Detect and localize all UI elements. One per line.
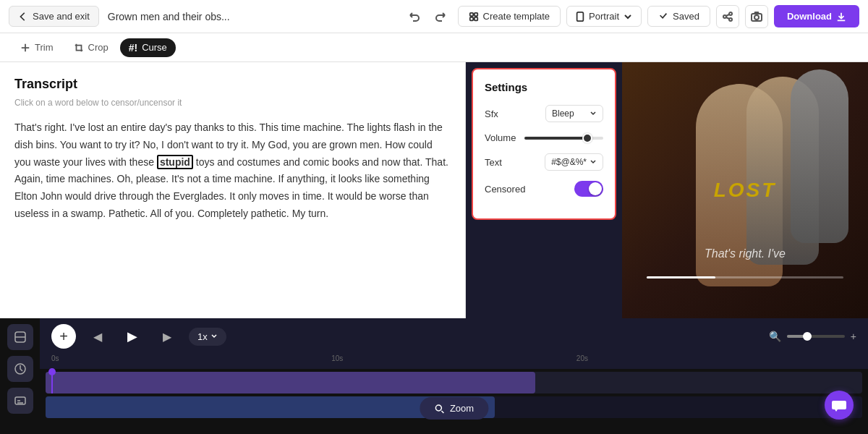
ruler-marks: 0s 10s 20s [46, 354, 862, 369]
transcript-body: That's right. I've lost an entire day's … [14, 119, 451, 223]
left-panel: Transcript Click on a word below to cens… [0, 62, 622, 318]
sfx-label: Sfx [485, 109, 498, 119]
toolbar: Trim Crop #! Curse [0, 33, 868, 62]
svg-rect-1 [474, 12, 477, 15]
video-title-overlay: LOST [714, 179, 777, 202]
zoom-fill [787, 335, 804, 338]
text-label: Text [485, 157, 502, 168]
censored-toggle[interactable] [574, 181, 603, 197]
volume-label: Volume [485, 132, 516, 143]
timeline-area: + ◀ ▶ ▶ 1x 🔍 + 0s [0, 318, 868, 434]
zoom-in-icon: + [851, 331, 856, 342]
download-button[interactable]: Download [774, 5, 859, 27]
chat-bubble-button[interactable] [825, 391, 854, 420]
timeline-sidebar [0, 318, 40, 434]
settings-panel: Settings Sfx Bleep Volume [472, 68, 616, 220]
svg-rect-0 [469, 12, 472, 15]
transcript-settings-area: Transcript Click on a word below to cens… [0, 62, 622, 318]
censored-label: Censored [485, 184, 525, 195]
svg-point-13 [435, 405, 441, 411]
main-content: Transcript Click on a word below to cens… [0, 62, 868, 318]
sfx-setting-row: Sfx Bleep [485, 105, 603, 122]
text-value: #$@&%* [551, 157, 587, 167]
speed-value: 1x [197, 331, 208, 342]
svg-point-7 [729, 18, 732, 21]
ruler-0s: 0s [51, 354, 59, 362]
video-panel: LOST That's right. I've [622, 62, 868, 318]
toggle-thumb [589, 182, 602, 195]
video-clip[interactable] [46, 372, 535, 393]
prev-frame-button[interactable]: ◀ [88, 326, 108, 346]
add-clip-button[interactable]: + [51, 324, 76, 349]
volume-thumb [582, 133, 592, 143]
censored-word[interactable]: stupid [157, 155, 193, 169]
video-track [46, 372, 862, 393]
playhead [51, 372, 53, 393]
curse-button[interactable]: #! Curse [120, 38, 176, 57]
crop-label: Crop [88, 42, 109, 53]
layers-icon-button[interactable] [7, 324, 33, 350]
play-button[interactable]: ▶ [119, 323, 145, 349]
create-template-label: Create template [483, 11, 550, 22]
timeline-main: + ◀ ▶ ▶ 1x 🔍 + 0s [40, 318, 868, 434]
volume-fill [524, 137, 583, 140]
svg-rect-4 [577, 12, 584, 20]
portrait-button[interactable]: Portrait [566, 6, 642, 27]
share-button[interactable] [716, 5, 739, 28]
save-exit-label: Save and exit [33, 11, 90, 22]
zoom-out-icon: 🔍 [769, 331, 781, 342]
create-template-button[interactable]: Create template [458, 6, 561, 27]
transcript-title: Transcript [14, 77, 451, 92]
text-setting-row: Text #$@&%* [485, 153, 603, 171]
sfx-select[interactable]: Bleep [545, 105, 603, 122]
zoom-thumb [803, 332, 812, 341]
save-exit-button[interactable]: Save and exit [9, 6, 99, 27]
volume-slider[interactable] [524, 137, 603, 140]
playhead-marker [48, 368, 56, 375]
next-frame-button[interactable]: ▶ [157, 326, 177, 346]
saved-button[interactable]: Saved [647, 6, 710, 27]
zoom-control: 🔍 + [769, 331, 856, 342]
stickers-icon-button[interactable] [7, 356, 33, 382]
svg-point-5 [729, 12, 732, 15]
undo-button[interactable] [403, 5, 426, 28]
top-bar-controls: Create template Portrait Saved [403, 5, 859, 28]
video-preview: LOST That's right. I've [622, 62, 868, 318]
video-progress-container[interactable] [647, 276, 843, 278]
timeline-track-area: 0s 10s 20s Zoom [40, 354, 868, 434]
zoom-slider[interactable] [787, 335, 845, 338]
trim-button[interactable]: Trim [12, 38, 62, 56]
video-progress-fill [647, 276, 715, 278]
figure-far-right [791, 69, 848, 243]
svg-rect-3 [474, 17, 477, 20]
zoom-tooltip-label: Zoom [450, 403, 474, 414]
curse-label: Curse [142, 42, 167, 53]
top-bar: Save and exit Grown men and their obs... [0, 0, 868, 33]
saved-label: Saved [673, 11, 699, 22]
undo-redo-group [403, 5, 452, 28]
redo-button[interactable] [429, 5, 452, 28]
transcript-panel: Transcript Click on a word below to cens… [0, 62, 466, 318]
project-title: Grown men and their obs... [108, 11, 394, 22]
settings-title: Settings [485, 81, 603, 93]
volume-setting-row: Volume [485, 132, 603, 143]
speed-button[interactable]: 1x [189, 328, 226, 346]
censored-setting-row: Censored [485, 181, 603, 197]
svg-point-6 [723, 15, 726, 18]
sfx-value: Bleep [552, 109, 574, 119]
timeline-ruler: 0s 10s 20s [40, 354, 868, 369]
camera-button[interactable] [745, 5, 768, 28]
download-label: Download [787, 11, 832, 22]
svg-point-9 [754, 15, 759, 20]
transcript-hint: Click on a word below to censor/uncensor… [14, 98, 451, 108]
timeline-controls: + ◀ ▶ ▶ 1x 🔍 + [40, 318, 868, 354]
trim-label: Trim [35, 42, 54, 53]
video-subtitle: That's right. I've [705, 247, 786, 260]
captions-icon-button[interactable] [7, 388, 33, 414]
ruler-20s: 20s [576, 354, 588, 362]
ruler-10s: 10s [331, 354, 343, 362]
text-select[interactable]: #$@&%* [545, 153, 603, 171]
zoom-tooltip: Zoom [420, 397, 488, 420]
volume-slider-container [524, 137, 603, 140]
crop-button[interactable]: Crop [65, 38, 117, 56]
